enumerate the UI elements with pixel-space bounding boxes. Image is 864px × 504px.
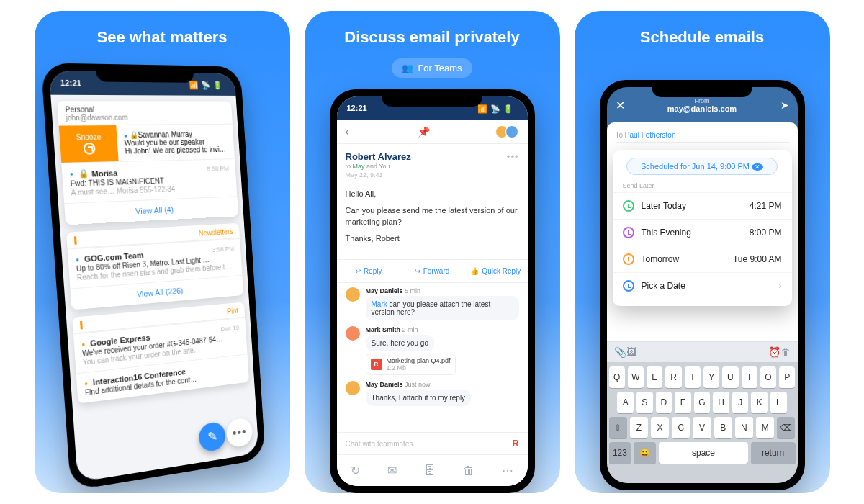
email-time: 5:58 PM <box>207 165 229 173</box>
email-body: Hello All, Can you please send me the la… <box>337 186 528 260</box>
keyboard[interactable]: QWERTYUIOP ASDFGHJKL ⇧ZXCVBNM⌫ 123😀space… <box>607 362 798 483</box>
keyboard-key[interactable]: return <box>751 442 796 464</box>
keyboard-key[interactable]: A <box>617 392 634 413</box>
pin-icon[interactable]: 📌 <box>418 126 430 138</box>
keyboard-key[interactable]: K <box>751 392 768 413</box>
thumb-icon: 👍 <box>470 267 479 275</box>
reply-button[interactable]: ↩Reply <box>337 260 400 282</box>
email-content[interactable]: 🔒Savannah Murray Would you be our speake… <box>116 125 235 161</box>
nav-archive-icon[interactable]: 🗄 <box>424 464 436 477</box>
option-label: Tomorrow <box>642 254 680 264</box>
keyboard-key[interactable]: J <box>732 392 749 413</box>
chat-bubble: Thanks, I attach it to my reply <box>366 390 472 406</box>
clock-icon <box>623 200 634 212</box>
keyboard-key[interactable]: S <box>636 392 653 413</box>
forward-icon: ↪ <box>415 267 420 275</box>
greeting: Hello All, <box>346 189 519 199</box>
email-row-snooze[interactable]: Snooze 🔒Savannah Murray Would you be our… <box>58 125 234 163</box>
keyboard-key[interactable]: Q <box>609 366 625 388</box>
phone-screen: 12:21 📶📡🔋 Personal john@dawson.com Snooz… <box>48 71 258 482</box>
snooze-button[interactable]: Snooze <box>58 125 118 163</box>
keyboard-key[interactable]: space <box>659 442 748 464</box>
schedule-option[interactable]: Later Today4:21 PM <box>613 192 792 219</box>
keyboard-key[interactable]: 123 <box>609 442 631 464</box>
phone-frame: 12:21 📶📡🔋 Personal john@dawson.com Snooz… <box>40 63 265 490</box>
keyboard-key[interactable]: H <box>713 392 729 413</box>
keyboard-key[interactable]: D <box>656 392 672 413</box>
keyboard-key[interactable]: R <box>665 366 681 388</box>
send-icon[interactable]: ➤ <box>780 99 789 111</box>
keyboard-key[interactable]: I <box>742 366 757 388</box>
screenshot-panel-3: Schedule emails ✕ From may@daniels.com ➤… <box>575 11 830 493</box>
scheduled-pill[interactable]: Scheduled for Jun 14, 9:00 PM ✕ <box>626 158 777 175</box>
keyboard-key[interactable]: C <box>672 417 690 438</box>
keyboard-key[interactable]: N <box>735 417 753 438</box>
keyboard-key[interactable]: U <box>722 366 738 388</box>
compose-fab[interactable]: ✎ <box>198 420 226 452</box>
chat-placeholder: Chat with teammates <box>346 440 413 448</box>
keyboard-key[interactable]: L <box>770 392 787 413</box>
back-icon[interactable]: ‹ <box>346 125 349 138</box>
clock-icon <box>83 143 95 155</box>
keyboard-key[interactable]: O <box>760 366 776 388</box>
preview: Hi John! We are pleased to invi… <box>125 145 228 156</box>
more-fab[interactable]: ••• <box>225 417 253 449</box>
option-label: This Evening <box>642 228 691 238</box>
schedule-option[interactable]: Pick a Date› <box>613 272 792 299</box>
keyboard-key[interactable]: E <box>647 366 662 388</box>
keyboard-key[interactable]: Z <box>630 417 648 438</box>
trash-icon[interactable]: 🗑 <box>780 346 791 358</box>
schedule-option[interactable]: This Evening8:00 PM <box>613 219 792 246</box>
attachment[interactable]: R Marketing-plan Q4.pdf1.2 Mb <box>366 354 456 375</box>
keyboard-key[interactable]: T <box>685 366 701 388</box>
pins-card: Pint Google Express We've received your … <box>72 302 249 403</box>
avatars[interactable] <box>498 125 518 138</box>
header-email: may@daniels.com <box>667 104 737 113</box>
keyboard-key[interactable]: W <box>628 366 644 388</box>
forward-button[interactable]: ↪Forward <box>400 260 464 282</box>
email-date: May 22, 9:41 <box>346 171 519 179</box>
clock-icon[interactable]: ⏰ <box>768 346 780 358</box>
keyboard-key[interactable]: F <box>675 392 691 413</box>
keyboard-key[interactable]: 😀 <box>634 442 656 464</box>
headline: Discuss email privately <box>344 28 519 47</box>
body-text: Can you please send me the latest versio… <box>346 205 519 228</box>
clear-icon[interactable]: ✕ <box>752 163 763 171</box>
close-icon[interactable]: ✕ <box>616 99 625 112</box>
card-email: john@dawson.com <box>65 114 127 122</box>
quick-reply-button[interactable]: 👍Quick Reply <box>464 260 527 282</box>
bottom-nav: ↻ ✉ 🗄 🗑 ⋯ <box>337 454 528 486</box>
keyboard-key[interactable]: V <box>693 417 711 438</box>
keyboard-key[interactable]: ⌫ <box>777 417 795 438</box>
sender: Morisa <box>91 168 117 178</box>
image-icon[interactable]: 🖼 <box>626 346 636 358</box>
pdf-icon: R <box>371 359 382 370</box>
keyboard-key[interactable]: B <box>714 417 732 438</box>
card-title: Personal <box>65 105 127 113</box>
card-title: Pint <box>226 307 238 315</box>
phone-frame: 12:21 📶📡🔋 ‹ 📌 ••• Robert Alvarez to May … <box>330 89 535 493</box>
keyboard-key[interactable]: P <box>779 366 795 388</box>
clock-icon <box>623 280 634 292</box>
keyboard-key[interactable]: Y <box>703 366 719 388</box>
reply-icon: ↩ <box>355 267 361 275</box>
keyboard-key[interactable]: M <box>756 417 774 438</box>
attach-icon[interactable]: 📎 <box>614 346 626 358</box>
keyboard-toolbar: 📎 🖼 ⏰ 🗑 <box>607 341 798 362</box>
option-time: Tue 9:00 AM <box>733 254 782 264</box>
keyboard-key[interactable]: G <box>694 392 711 413</box>
schedule-option[interactable]: TomorrowTue 9:00 AM <box>613 246 792 272</box>
chat-bubble: Sure, here you go <box>366 335 435 351</box>
more-icon[interactable]: ••• <box>507 151 519 162</box>
chat-input[interactable]: Chat with teammates R <box>337 432 528 454</box>
clock-icon <box>623 253 634 265</box>
personal-card: Personal john@dawson.com Snooze 🔒Savanna… <box>57 101 238 225</box>
keyboard-key[interactable]: ⇧ <box>609 417 627 438</box>
nav-trash-icon[interactable]: 🗑 <box>463 464 474 477</box>
keyboard-key[interactable]: X <box>651 417 669 438</box>
nav-refresh-icon[interactable]: ↻ <box>351 464 360 477</box>
nav-compose-icon[interactable]: ✉ <box>387 464 397 477</box>
nav-more-icon[interactable]: ⋯ <box>502 464 513 477</box>
to-field[interactable]: To Paul Fetherston <box>616 128 789 143</box>
email-row[interactable]: 🔒Morisa Fwd: THIS IS MAGNIFICENT A must … <box>61 158 237 203</box>
